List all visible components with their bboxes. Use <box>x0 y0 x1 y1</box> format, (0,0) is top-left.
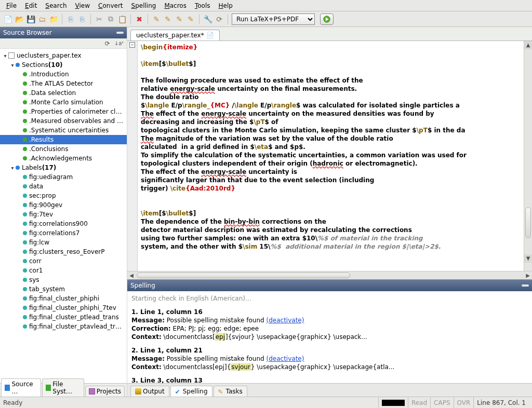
tree-section-item[interactable]: .Results <box>0 135 127 144</box>
cut-icon[interactable]: ✂ <box>95 15 104 24</box>
scroll-down-icon[interactable]: ▼ <box>524 254 532 263</box>
fold-toggle[interactable]: − <box>129 42 135 48</box>
open-icon[interactable]: 📂 <box>15 15 24 24</box>
tree-label-item[interactable]: tab_system <box>0 284 127 294</box>
tree-label: cor1 <box>29 267 43 274</box>
bullet-icon <box>23 250 27 254</box>
tree-label-item[interactable]: cor1 <box>0 266 127 275</box>
tree-labels[interactable]: ▾Labels (17) <box>0 163 127 172</box>
tab-label: File Syst… <box>52 380 80 395</box>
source-tree[interactable]: ▾ueclusters_paper.tex▾Sections (10).Intr… <box>0 49 127 383</box>
bullet-icon <box>23 175 27 179</box>
editor-tab[interactable]: ueclusters_paper.tex* 📄 <box>130 30 220 40</box>
tree-label-item[interactable]: fig:clusters_reso_EoverP <box>0 247 127 256</box>
source-browser-header[interactable]: Source Browser <box>0 27 127 38</box>
tree-section-item[interactable]: .Properties of calorimeter clusters <box>0 107 127 116</box>
wand3-icon[interactable]: ✎ <box>175 15 184 24</box>
sidebar-tab-filesystem[interactable]: File Syst… <box>42 378 84 397</box>
tree-label-item[interactable]: fig:uediagram <box>0 172 127 182</box>
copy-folder2-icon[interactable]: ⎘ <box>77 15 87 24</box>
menu-file[interactable]: File <box>2 1 21 10</box>
scroll-thumb[interactable] <box>525 207 531 238</box>
minimize-icon[interactable] <box>522 284 529 287</box>
wand1-icon[interactable]: ✎ <box>152 15 161 24</box>
tab-tasks[interactable]: ✎ Tasks <box>214 386 247 397</box>
rebuild-icon[interactable]: ⟳ <box>215 15 224 24</box>
tree-label-item[interactable]: fig:final_cluster_ptlead_trans <box>0 312 127 322</box>
sidebar-tab-source[interactable]: Source … <box>1 378 41 397</box>
refresh-icon[interactable]: ⟳ <box>105 40 110 47</box>
copy-icon[interactable]: ⧉ <box>106 15 115 24</box>
tree-label-item[interactable]: fig:correlations7 <box>0 228 127 238</box>
tree-section-item[interactable]: .Data selection <box>0 88 127 98</box>
tree-section-item[interactable]: .Monte Carlo simulation <box>0 98 127 107</box>
tree-label-item[interactable]: fig:7tev <box>0 210 127 219</box>
save-icon[interactable]: 💾 <box>26 15 35 24</box>
tab-spelling[interactable]: ✔ Spelling <box>170 386 212 397</box>
tree-section-item[interactable]: .Introduction <box>0 70 127 79</box>
copy-folder-icon[interactable]: ⎘ <box>66 15 75 24</box>
paste-icon[interactable]: 📋 <box>117 15 127 24</box>
bullet-icon <box>23 138 27 142</box>
tree-label-item[interactable]: sys <box>0 275 127 284</box>
menu-convert[interactable]: Convert <box>94 1 127 10</box>
tree-label-item[interactable]: corr <box>0 256 127 266</box>
folder-icon[interactable]: 📁 <box>49 15 58 24</box>
deactivate-link[interactable]: (deactivate) <box>267 317 304 324</box>
menu-edit[interactable]: Edit <box>21 1 41 10</box>
sidebar-tab-projects[interactable]: Projects <box>85 386 125 397</box>
scroll-right-icon[interactable]: ▶ <box>524 271 532 279</box>
tree-label-item[interactable]: fig:final_cluster_ptavlead_trans <box>0 322 127 331</box>
editor-horizontal-scrollbar[interactable]: ◀ ▶ <box>127 271 532 279</box>
tree-label-item[interactable]: sec:prop <box>0 191 127 200</box>
tree-section-item[interactable]: .Conclusions <box>0 144 127 154</box>
tree-label-item[interactable]: fig:correlations900 <box>0 219 127 228</box>
menu-tools[interactable]: Tools <box>191 1 215 10</box>
tab-output[interactable]: Output <box>130 386 169 397</box>
spelling-header[interactable]: Spelling <box>127 280 532 291</box>
tree-section-item[interactable]: .Acknowledgements <box>0 154 127 163</box>
minimize-icon[interactable] <box>116 32 124 34</box>
sort-icon[interactable]: ↓aᶻ <box>114 40 124 46</box>
tree-label: fig:7tev <box>29 211 53 218</box>
wand4-icon[interactable]: ✎ <box>186 15 195 24</box>
run-button[interactable] <box>320 13 334 25</box>
text-editor[interactable]: \begin{itemize} \item[$\bullet$] The fol… <box>138 41 524 271</box>
tree-label-item[interactable]: fig:900gev <box>0 200 127 210</box>
tree-label-item[interactable]: fig:final_cluster_phiphi_7tev <box>0 303 127 312</box>
sidebar-toolbar: ⟳ ↓aᶻ <box>0 38 127 49</box>
spelling-location: 1. Line 1, column 16 <box>131 308 528 316</box>
menu-spelling[interactable]: Spelling <box>127 1 161 10</box>
separator <box>199 14 200 24</box>
bullet-icon <box>23 156 27 160</box>
deactivate-link[interactable]: (deactivate) <box>267 355 304 362</box>
tree-sections[interactable]: ▾Sections (10) <box>0 60 127 70</box>
delete-icon[interactable]: ✖ <box>135 15 144 24</box>
tree-label-item[interactable]: data <box>0 182 127 191</box>
tree-section-item[interactable]: .Measured observables and corrections <box>0 116 127 126</box>
folder-stack-icon[interactable]: 🗂 <box>37 15 47 24</box>
bullet-icon <box>23 147 27 151</box>
menu-search[interactable]: Search <box>41 1 71 10</box>
tree-section-item[interactable]: .The ATLAS Detector <box>0 79 127 88</box>
tree-label: fig:uediagram <box>29 173 73 181</box>
new-icon[interactable]: 📄 <box>3 15 12 24</box>
scroll-up-icon[interactable]: ▲ <box>524 41 532 49</box>
scroll-left-icon[interactable]: ◀ <box>127 271 136 279</box>
spelling-title: Spelling <box>130 282 155 289</box>
tree-label-item[interactable]: fig:lcw <box>0 238 127 247</box>
tree-label-item[interactable]: fig:final_cluster_phiphi <box>0 294 127 303</box>
spelling-body[interactable]: Starting check in English (American)… 1.… <box>127 291 532 383</box>
scroll-thumb[interactable] <box>137 273 350 278</box>
tree-file[interactable]: ▾ueclusters_paper.tex <box>0 51 127 60</box>
bullet-icon <box>23 203 27 207</box>
bullet-icon <box>23 268 27 273</box>
menu-macros[interactable]: Macros <box>160 1 191 10</box>
tree-section-item[interactable]: .Systematic uncertainties <box>0 126 127 135</box>
menu-view[interactable]: View <box>71 1 94 10</box>
build-icon[interactable]: 🔧 <box>203 15 212 24</box>
build-dropdown[interactable]: Run LaTeX+PS+PDF <box>232 13 315 25</box>
editor-vertical-scrollbar[interactable]: ▲ ▼ <box>524 41 532 271</box>
menu-help[interactable]: Help <box>215 1 237 10</box>
wand2-icon[interactable]: ✎ <box>163 15 172 24</box>
